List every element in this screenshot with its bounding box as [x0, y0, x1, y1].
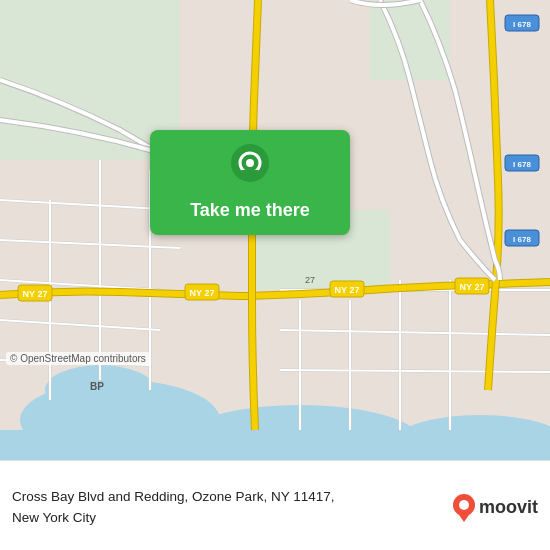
- svg-text:NY 27: NY 27: [460, 282, 485, 292]
- svg-point-60: [459, 500, 469, 510]
- svg-marker-61: [457, 512, 471, 522]
- take-me-there-label: Take me there: [174, 200, 326, 235]
- address-block: Cross Bay Blvd and Redding, Ozone Park, …: [12, 487, 453, 528]
- address-line1: Cross Bay Blvd and Redding, Ozone Park, …: [12, 487, 453, 507]
- svg-text:NY 27: NY 27: [335, 285, 360, 295]
- svg-text:27: 27: [305, 275, 315, 285]
- map-container: NY 27 NY 27 NY 27 NY 27 27 I 678 I 678 I…: [0, 0, 550, 460]
- svg-point-57: [246, 159, 254, 167]
- svg-rect-7: [0, 430, 550, 460]
- moovit-text: moovit: [479, 497, 538, 518]
- svg-text:NY 27: NY 27: [23, 289, 48, 299]
- take-me-there-button[interactable]: Take me there: [150, 130, 350, 235]
- svg-text:I 678: I 678: [513, 160, 531, 169]
- svg-text:NY 27: NY 27: [190, 288, 215, 298]
- info-bar: Cross Bay Blvd and Redding, Ozone Park, …: [0, 460, 550, 550]
- pin-icon: [231, 130, 269, 200]
- moovit-pin-icon: [453, 494, 475, 522]
- svg-text:BP: BP: [90, 381, 104, 392]
- svg-text:I 678: I 678: [513, 235, 531, 244]
- moovit-logo: moovit: [453, 494, 538, 522]
- address-line2: New York City: [12, 508, 453, 528]
- osm-credit: © OpenStreetMap contributors: [6, 352, 150, 365]
- svg-text:I 678: I 678: [513, 20, 531, 29]
